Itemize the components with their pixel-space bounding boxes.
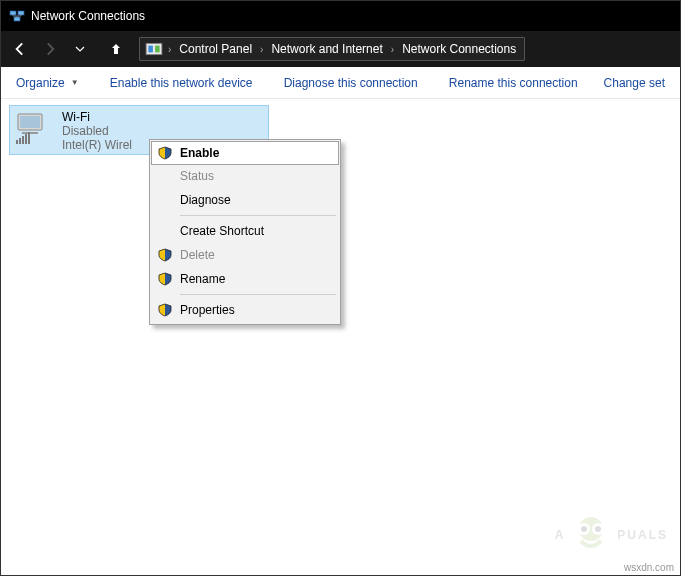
svg-point-14	[579, 517, 603, 541]
svg-rect-13	[28, 132, 30, 144]
svg-rect-4	[148, 46, 153, 53]
adapter-name: Wi-Fi	[62, 110, 132, 124]
window-title: Network Connections	[31, 9, 145, 23]
menu-item-enable[interactable]: Enable	[151, 141, 339, 165]
svg-point-18	[595, 526, 601, 532]
menu-separator	[180, 294, 336, 295]
control-panel-icon	[145, 40, 163, 58]
menu-label-diagnose: Diagnose	[180, 193, 328, 207]
chevron-down-icon: ▼	[71, 78, 79, 87]
title-bar: Network Connections	[1, 1, 680, 31]
wifi-adapter-icon	[14, 110, 56, 146]
watermark-logo: A PUALS	[555, 511, 668, 559]
change-settings-button[interactable]: Change set	[595, 71, 674, 95]
adapter-status: Disabled	[62, 124, 132, 138]
diagnose-connection-label: Diagnose this connection	[284, 76, 418, 90]
enable-device-label: Enable this network device	[110, 76, 253, 90]
svg-rect-0	[10, 11, 16, 15]
svg-point-15	[578, 523, 590, 535]
address-bar[interactable]: › Control Panel › Network and Internet ›…	[139, 37, 525, 61]
adapter-details: Wi-Fi Disabled Intel(R) Wirel	[62, 110, 132, 152]
organize-label: Organize	[16, 76, 65, 90]
chevron-right-icon[interactable]: ›	[258, 44, 265, 55]
site-credit: wsxdn.com	[624, 562, 674, 573]
breadcrumb-network-internet[interactable]: Network and Internet	[265, 38, 388, 60]
svg-rect-12	[25, 134, 27, 144]
enable-device-button[interactable]: Enable this network device	[101, 71, 262, 95]
svg-rect-9	[16, 140, 18, 144]
forward-button[interactable]	[35, 35, 65, 63]
watermark-right: PUALS	[617, 528, 668, 542]
up-button[interactable]	[101, 35, 131, 63]
shield-icon	[156, 301, 174, 319]
menu-item-rename[interactable]: Rename	[152, 267, 338, 291]
menu-item-create-shortcut[interactable]: Create Shortcut	[152, 219, 338, 243]
menu-label-status: Status	[180, 169, 328, 183]
change-settings-label: Change set	[604, 76, 665, 90]
svg-rect-2	[14, 17, 20, 21]
context-menu: Enable Status Diagnose Create Shortcut D…	[149, 139, 341, 325]
svg-rect-11	[22, 136, 24, 144]
menu-item-properties[interactable]: Properties	[152, 298, 338, 322]
chevron-right-icon[interactable]: ›	[166, 44, 173, 55]
chevron-right-icon[interactable]: ›	[389, 44, 396, 55]
rename-connection-label: Rename this connection	[449, 76, 578, 90]
breadcrumb-network-connections[interactable]: Network Connections	[396, 38, 522, 60]
shield-icon	[156, 270, 174, 288]
menu-item-status: Status	[152, 164, 338, 188]
content-area[interactable]: Wi-Fi Disabled Intel(R) Wirel Enable Sta…	[1, 99, 680, 575]
adapter-description: Intel(R) Wirel	[62, 138, 132, 152]
network-connections-icon	[9, 8, 25, 24]
menu-label-create-shortcut: Create Shortcut	[180, 224, 328, 238]
back-button[interactable]	[5, 35, 35, 63]
menu-item-diagnose[interactable]: Diagnose	[152, 188, 338, 212]
svg-rect-5	[155, 46, 160, 53]
recent-locations-button[interactable]	[65, 35, 95, 63]
breadcrumb-control-panel[interactable]: Control Panel	[173, 38, 258, 60]
menu-label-rename: Rename	[180, 272, 328, 286]
shield-icon	[156, 246, 174, 264]
menu-separator	[180, 215, 336, 216]
organize-button[interactable]: Organize ▼	[7, 71, 88, 95]
shield-icon	[156, 144, 174, 162]
menu-label-enable: Enable	[180, 146, 328, 160]
command-bar: Organize ▼ Enable this network device Di…	[1, 67, 680, 99]
glasses-icon	[567, 511, 615, 559]
svg-rect-7	[20, 116, 40, 128]
svg-rect-10	[19, 138, 21, 144]
svg-point-16	[592, 523, 604, 535]
watermark-left: A	[555, 528, 566, 542]
svg-point-17	[581, 526, 587, 532]
menu-label-delete: Delete	[180, 248, 328, 262]
svg-rect-1	[18, 11, 24, 15]
menu-item-delete: Delete	[152, 243, 338, 267]
diagnose-connection-button[interactable]: Diagnose this connection	[275, 71, 427, 95]
nav-bar: › Control Panel › Network and Internet ›…	[1, 31, 680, 67]
rename-connection-button[interactable]: Rename this connection	[440, 71, 587, 95]
menu-label-properties: Properties	[180, 303, 328, 317]
